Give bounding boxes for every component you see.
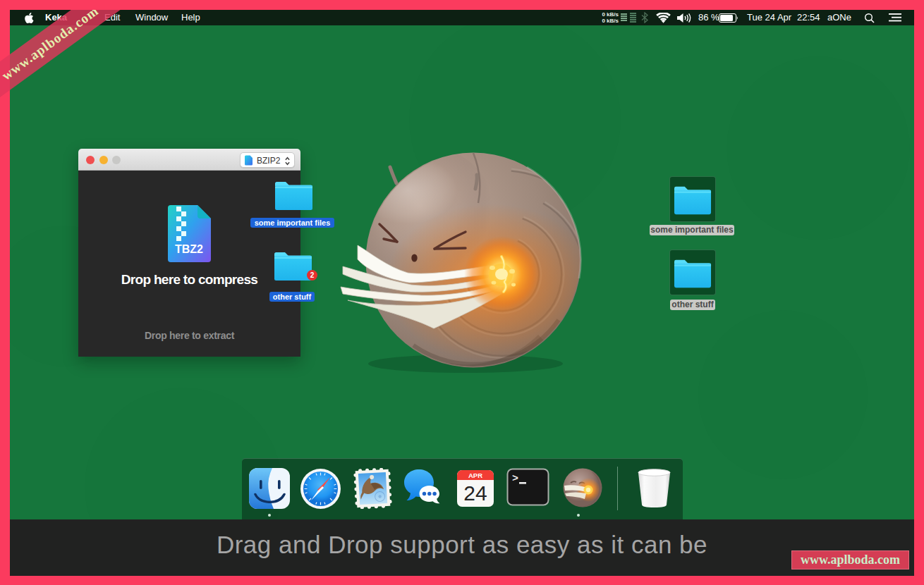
svg-text:APR: APR <box>468 472 482 479</box>
svg-text:TBZ2: TBZ2 <box>175 243 203 255</box>
svg-text:24: 24 <box>463 481 487 505</box>
svg-text:>: > <box>512 473 518 485</box>
